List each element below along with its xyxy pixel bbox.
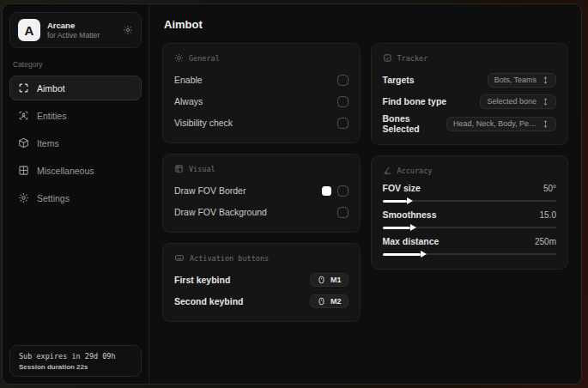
setting-label: Bones Selected: [383, 113, 447, 134]
settings-gear-icon[interactable]: [123, 25, 133, 35]
accuracy-card: Accuracy FOV size 50°: [371, 155, 569, 270]
activation-card: Activation buttons First keybind: [162, 243, 361, 322]
setting-row-visibility-check: Visibility check: [174, 113, 349, 132]
game-backdrop: A Arcane for Active Matter Category: [0, 0, 588, 388]
sun-icon: [174, 53, 184, 63]
general-card: General Enable Always Visibility check: [162, 43, 361, 143]
visual-card-title: Visual: [189, 165, 215, 173]
keybind-value: M2: [330, 297, 342, 306]
sidebar-item-items[interactable]: Items: [9, 130, 142, 155]
visual-card: Visual Draw FOV Border Draw FOV Backgrou…: [162, 154, 361, 233]
draw-fov-background-checkbox[interactable]: [337, 207, 349, 218]
smoothness-slider[interactable]: [383, 227, 557, 228]
brand-logo: A: [18, 19, 40, 41]
arcane-menu-window: A Arcane for Active Matter Category: [2, 3, 582, 385]
fov-size-slider[interactable]: [383, 200, 557, 202]
cube-icon: [18, 137, 29, 149]
setting-label: Smoothness: [383, 209, 437, 220]
subscription-info-box: Sub expires in 29d 09h Session duration …: [9, 345, 142, 377]
brand-title: Arcane: [47, 21, 116, 31]
gear-icon: [18, 192, 29, 203]
visual-card-header: Visual: [174, 164, 349, 173]
right-column: Tracker Targets Bots, Teams: [371, 43, 569, 280]
visibility-check-checkbox[interactable]: [337, 118, 349, 129]
setting-label: Enable: [174, 75, 203, 85]
sidebar-item-label: Settings: [37, 193, 70, 203]
setting-row-smoothness: Smoothness 15.0: [383, 209, 557, 228]
setting-row-draw-fov-border: Draw FOV Border: [174, 181, 349, 200]
mouse-icon: [317, 276, 326, 284]
select-arrows-icon: [542, 76, 549, 84]
first-keybind-button[interactable]: M1: [310, 273, 349, 287]
sub-expiry-text: Sub expires in 29d 09h: [19, 352, 132, 361]
dropdown-value: Head, Neck, Body, Pe…: [453, 119, 536, 128]
accuracy-card-title: Accuracy: [397, 167, 433, 175]
angle-icon: [383, 166, 392, 175]
slider-thumb[interactable]: [407, 197, 413, 204]
frame-icon: [174, 164, 184, 173]
sidebar-item-label: Aimbot: [37, 83, 65, 94]
setting-row-find-bone-type: Find bone type Selected bone: [383, 92, 557, 111]
setting-label: Find bone type: [383, 96, 447, 106]
slider-value: 50°: [543, 184, 556, 193]
slider-value: 15.0: [540, 210, 556, 220]
setting-label: Visibility check: [174, 118, 233, 128]
left-column: General Enable Always Visibility check: [162, 43, 361, 332]
slider-thumb[interactable]: [410, 224, 416, 231]
setting-label: Draw FOV Border: [174, 185, 246, 196]
setting-label: Second keybind: [174, 296, 244, 306]
tracker-card-title: Tracker: [397, 54, 428, 63]
brand-subtitle: for Active Matter: [47, 31, 116, 40]
second-keybind-button[interactable]: M2: [310, 294, 349, 308]
targets-dropdown[interactable]: Bots, Teams: [488, 73, 556, 88]
enable-checkbox[interactable]: [337, 75, 349, 86]
setting-row-max-distance: Max distance 250m: [383, 236, 557, 255]
grid-icon: [18, 165, 29, 176]
dropdown-value: Selected bone: [487, 97, 536, 106]
activation-card-title: Activation buttons: [190, 254, 269, 263]
find-bone-type-dropdown[interactable]: Selected bone: [480, 94, 556, 109]
slider-thumb[interactable]: [421, 251, 427, 258]
session-duration-text: Session duration 22s: [19, 363, 132, 371]
sidebar-item-entities[interactable]: Entities: [9, 103, 142, 128]
setting-row-always: Always: [174, 92, 349, 111]
select-arrows-icon: [542, 98, 549, 106]
tracker-icon: [383, 53, 392, 63]
dropdown-value: Bots, Teams: [494, 76, 536, 84]
setting-label: Always: [174, 96, 203, 106]
setting-row-fov-size: FOV size 50°: [383, 183, 557, 202]
setting-row-first-keybind: First keybind M1: [174, 270, 349, 289]
brand-card: A Arcane for Active Matter: [9, 12, 142, 48]
sidebar-item-label: Entities: [37, 111, 66, 121]
setting-row-targets: Targets Bots, Teams: [383, 70, 557, 89]
general-card-header: General: [174, 53, 349, 63]
category-label: Category: [13, 60, 138, 69]
sidebar-item-label: Miscellaneous: [37, 166, 94, 176]
slider-fill: [383, 227, 410, 229]
fov-border-color-swatch[interactable]: [322, 186, 331, 196]
sidebar-item-settings[interactable]: Settings: [9, 185, 142, 210]
bones-selected-dropdown[interactable]: Head, Neck, Body, Pe…: [446, 117, 556, 131]
draw-fov-border-checkbox[interactable]: [337, 185, 349, 197]
setting-label: First keybind: [174, 275, 230, 285]
always-checkbox[interactable]: [337, 96, 349, 107]
keyboard-icon: [174, 253, 185, 263]
setting-row-draw-fov-background: Draw FOV Background: [174, 203, 349, 221]
sidebar-item-aimbot[interactable]: Aimbot: [9, 76, 142, 100]
slider-fill: [383, 253, 421, 256]
entities-icon: [18, 110, 29, 121]
mouse-icon: [317, 297, 326, 306]
sidebar-item-miscellaneous[interactable]: Miscellaneous: [9, 158, 142, 183]
accuracy-card-header: Accuracy: [383, 166, 557, 175]
setting-label: Max distance: [383, 236, 439, 246]
setting-row-bones-selected: Bones Selected Head, Neck, Body, Pe…: [383, 113, 557, 134]
max-distance-slider[interactable]: [383, 253, 557, 255]
page-title: Aimbot: [164, 18, 568, 31]
setting-row-enable: Enable: [174, 70, 349, 89]
activation-card-header: Activation buttons: [174, 253, 349, 263]
setting-label: Draw FOV Background: [174, 207, 267, 217]
select-arrows-icon: [542, 120, 549, 128]
setting-row-second-keybind: Second keybind M2: [174, 292, 349, 311]
main-panel: Aimbot General: [149, 4, 581, 384]
setting-label: Targets: [383, 75, 415, 85]
